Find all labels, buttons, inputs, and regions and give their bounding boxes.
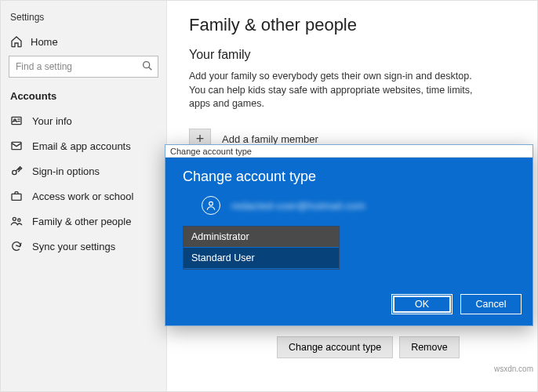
dropdown-option-administrator[interactable]: Administrator [184,227,339,248]
svg-rect-8 [12,194,21,200]
page-title: Family & other people [189,15,515,35]
account-actions: Change account type Remove [277,336,460,358]
account-email: redacted-user@hotmail.com [231,200,365,212]
svg-point-10 [18,219,20,221]
sidebar-item-work-school[interactable]: Access work or school [1,183,166,209]
window-title: Settings [1,9,166,31]
svg-point-9 [13,217,16,220]
account-type-dropdown[interactable]: Administrator Standard User [183,226,340,270]
nav-home[interactable]: Home [1,31,166,56]
sidebar-section-header: Accounts [1,89,166,108]
sidebar-item-your-info[interactable]: Your info [1,108,166,133]
sidebar-nav-list: Your info Email & app accounts Sign-in o… [1,108,166,259]
sidebar-item-label: Sign-in options [32,165,100,177]
badge-icon [10,114,23,127]
svg-line-1 [149,67,152,71]
sync-icon [10,240,23,252]
key-icon [10,165,23,177]
change-account-type-button[interactable]: Change account type [277,336,393,358]
dialog-titlebar: Change account type [165,145,533,158]
briefcase-icon [10,190,23,202]
sidebar-item-label: Email & app accounts [32,140,131,152]
dialog-body: Change account type redacted-user@hotmai… [165,158,533,294]
sidebar-item-label: Sync your settings [32,241,115,252]
search-icon [141,60,154,72]
cancel-button[interactable]: Cancel [460,294,522,314]
sidebar-item-label: Access work or school [32,191,133,202]
search-input[interactable] [9,56,158,78]
dialog-footer: OK Cancel [165,294,533,325]
ok-button[interactable]: OK [391,294,453,314]
svg-point-7 [13,170,16,174]
sidebar-item-signin[interactable]: Sign-in options [1,158,166,183]
account-identity-row: redacted-user@hotmail.com [183,196,515,215]
section-blurb: Add your family so everybody gets their … [189,70,479,111]
dropdown-option-standard-user[interactable]: Standard User [184,248,339,269]
home-icon [10,35,23,48]
sidebar: Settings Home Accounts Your info [1,1,167,391]
mail-icon [10,140,23,152]
svg-point-11 [209,201,213,205]
sidebar-item-label: Your info [32,115,72,127]
svg-point-0 [144,62,150,68]
search-container [9,56,158,78]
sidebar-item-family[interactable]: Family & other people [1,209,166,234]
change-account-type-dialog: Change account type Change account type … [165,144,533,326]
settings-window: Settings Home Accounts Your info [0,0,538,392]
remove-account-button[interactable]: Remove [399,336,460,358]
nav-home-label: Home [31,36,58,48]
dialog-heading: Change account type [183,169,515,185]
sidebar-item-sync[interactable]: Sync your settings [1,234,166,259]
sidebar-item-label: Family & other people [32,216,131,227]
add-member-label: Add a family member [222,133,318,145]
person-icon [202,196,220,215]
watermark: wsxdn.com [494,365,533,373]
people-icon [10,215,23,227]
section-heading: Your family [189,48,515,62]
sidebar-item-email[interactable]: Email & app accounts [1,133,166,158]
